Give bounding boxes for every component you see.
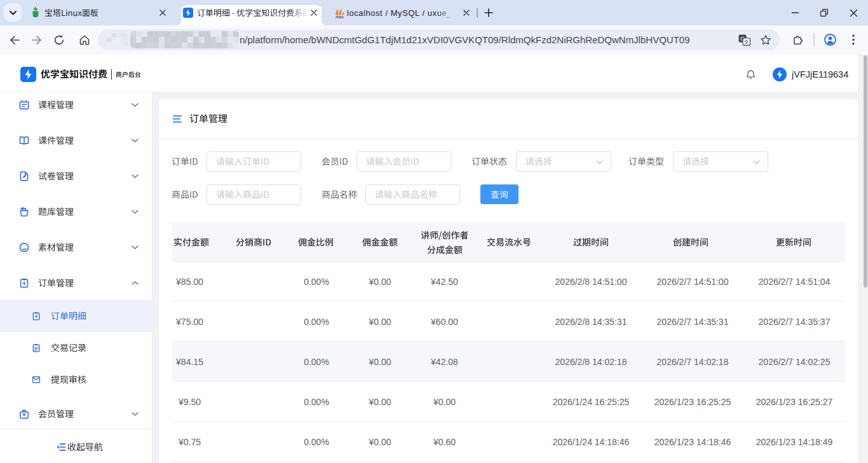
svg-text:PMA: PMA [336, 15, 343, 19]
svg-text:文: 文 [744, 39, 749, 45]
